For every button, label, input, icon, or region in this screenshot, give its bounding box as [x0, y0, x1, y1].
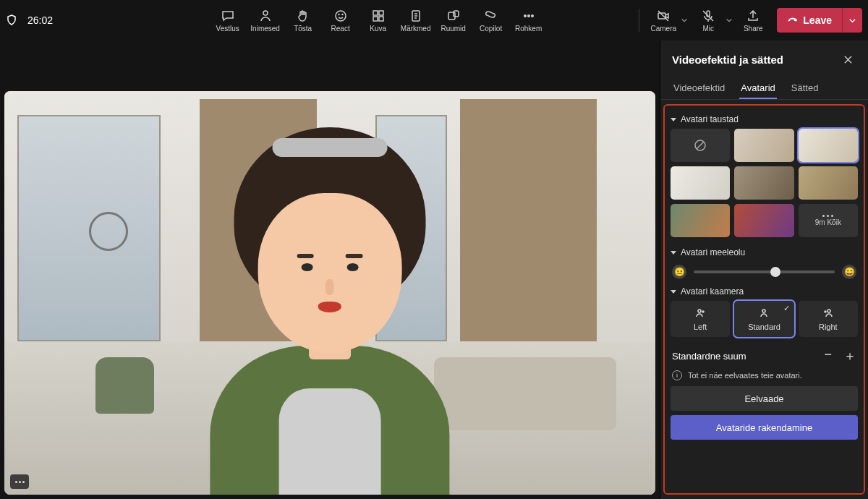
separator — [639, 9, 639, 32]
svg-rect-6 — [373, 17, 378, 21]
zoom-in-button[interactable]: ＋ — [843, 347, 856, 364]
neutral-face-icon: 😐 — [672, 265, 686, 279]
camera-off-icon — [656, 9, 671, 23]
video-stage — [4, 91, 655, 495]
svg-point-13 — [531, 14, 533, 17]
svg-rect-4 — [373, 11, 378, 15]
raise-hand-button[interactable]: Tõsta — [286, 3, 320, 38]
camera-right[interactable]: Right — [799, 301, 858, 337]
person-icon — [694, 307, 706, 320]
bg-option[interactable] — [734, 166, 793, 200]
camera-left[interactable]: Left — [671, 301, 730, 337]
tb-label: Camera — [651, 25, 677, 33]
mic-off-icon — [701, 9, 715, 23]
svg-point-11 — [524, 14, 526, 17]
meeting-toolbar: 26:02 Vestlus Inimesed Tõsta React Kuva … — [0, 0, 868, 40]
camera-standard[interactable]: ✓ Standard — [734, 301, 793, 337]
bg-none[interactable] — [671, 129, 730, 162]
bg-option[interactable] — [671, 166, 730, 200]
copilot-icon — [484, 9, 498, 23]
more-button[interactable]: Rohkem — [512, 3, 545, 38]
people-button[interactable]: Inimesed — [249, 3, 282, 38]
info-text: i Tot ei näe eelvaates teie avatari. — [672, 370, 856, 380]
share-icon — [746, 9, 760, 23]
toolbar-center: Vestlus Inimesed Tõsta React Kuva Märkme… — [122, 3, 634, 38]
tb-label: React — [331, 25, 350, 33]
section-mood[interactable]: Avatari meeleolu — [671, 247, 858, 257]
happy-face-icon: 😄 — [842, 265, 856, 279]
share-button[interactable]: Share — [736, 3, 770, 38]
svg-point-17 — [698, 310, 701, 312]
chat-button[interactable]: Vestlus — [211, 3, 244, 38]
tb-label: Inimesed — [250, 25, 280, 33]
tb-label: Tõsta — [294, 25, 312, 33]
copilot-button[interactable]: Copilot — [475, 3, 508, 38]
react-button[interactable]: React — [324, 3, 357, 38]
preview-button[interactable]: Eelvaade — [671, 386, 858, 411]
svg-point-1 — [336, 11, 346, 21]
rooms-button[interactable]: Ruumid — [437, 3, 470, 38]
chevron-down-icon — [671, 118, 676, 121]
bg-more[interactable]: 9m Kõik — [799, 204, 858, 237]
tb-label: Copilot — [480, 25, 502, 33]
leave-button[interactable]: Leave — [777, 8, 862, 33]
more-icon — [522, 9, 536, 23]
section-backgrounds[interactable]: Avatari taustad — [671, 114, 858, 124]
grid-icon — [371, 9, 386, 23]
panel-title: Videoefektid ja sätted — [672, 54, 783, 66]
svg-rect-5 — [379, 11, 383, 15]
zoom-label: Standardne suum — [672, 351, 746, 362]
bg-option[interactable] — [799, 166, 858, 200]
svg-point-20 — [827, 310, 830, 312]
bg-option[interactable] — [671, 204, 730, 237]
tb-label: Märkmed — [401, 25, 431, 33]
notes-button[interactable]: Märkmed — [399, 3, 433, 38]
shield-icon — [6, 14, 17, 26]
notes-icon — [409, 9, 423, 23]
person-icon — [822, 307, 834, 320]
svg-point-21 — [825, 311, 826, 312]
bg-option-selected[interactable] — [799, 129, 858, 162]
chevron-down-icon — [671, 251, 676, 255]
bg-option[interactable] — [734, 129, 793, 162]
tab-video-effects[interactable]: Videoefektid — [672, 78, 726, 99]
mic-button[interactable]: Mic — [692, 3, 725, 38]
chevron-down-icon[interactable] — [725, 13, 733, 27]
hand-icon — [296, 9, 310, 23]
mood-slider[interactable] — [694, 270, 835, 273]
chevron-down-icon[interactable] — [680, 13, 689, 27]
camera-button[interactable]: Camera — [647, 3, 680, 38]
chat-icon — [221, 9, 235, 23]
bg-option[interactable] — [734, 204, 793, 237]
info-icon: i — [672, 370, 682, 380]
tab-avatars[interactable]: Avatarid — [739, 78, 776, 99]
tb-label: Kuva — [370, 25, 386, 33]
tb-label: Vestlus — [216, 25, 239, 33]
phone-down-icon — [787, 14, 799, 27]
panel-tabs: Videoefektid Avatarid Sätted — [660, 72, 868, 100]
leave-label: Leave — [803, 14, 832, 26]
tb-label: Rohkem — [515, 25, 542, 33]
tab-settings[interactable]: Sätted — [790, 78, 820, 99]
svg-point-0 — [263, 11, 268, 15]
svg-rect-10 — [454, 11, 459, 17]
svg-point-19 — [762, 310, 765, 312]
rooms-icon — [446, 9, 461, 23]
view-button[interactable]: Kuva — [362, 3, 395, 38]
section-camera[interactable]: Avatari kaamera — [671, 286, 858, 297]
avatar-preview — [180, 140, 480, 495]
emoji-icon — [333, 9, 348, 23]
people-icon — [258, 9, 273, 23]
person-icon — [758, 307, 770, 320]
tb-label: Ruumid — [441, 25, 465, 33]
apply-avatars-button[interactable]: Avataride rakendamine — [671, 415, 858, 440]
call-timer: 26:02 — [27, 14, 53, 26]
effects-panel: Videoefektid ja sätted Videoefektid Avat… — [660, 40, 868, 499]
chevron-down-icon — [671, 290, 676, 294]
leave-dropdown[interactable] — [842, 8, 862, 33]
stage-more-button[interactable] — [10, 474, 29, 489]
svg-point-3 — [342, 14, 343, 14]
close-icon[interactable] — [839, 51, 856, 68]
zoom-out-button[interactable]: − — [824, 347, 832, 364]
svg-rect-7 — [379, 17, 383, 21]
